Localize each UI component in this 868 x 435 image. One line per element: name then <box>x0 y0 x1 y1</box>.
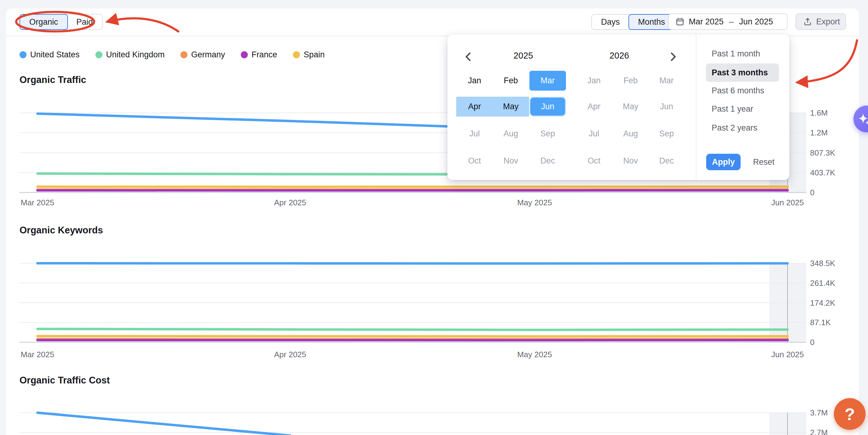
reset-button[interactable]: Reset <box>747 154 780 170</box>
calendar-next-button[interactable] <box>669 52 679 62</box>
calendar-month-2025-sep: Sep <box>529 124 566 144</box>
help-label: ? <box>844 404 855 424</box>
calendar-month-2026-mar: Mar <box>648 71 685 91</box>
preset-past-6-months[interactable]: Past 6 months <box>712 86 764 95</box>
calendar-month-2026-apr: Apr <box>576 97 612 117</box>
calendar-month-2026-jan: Jan <box>576 71 612 91</box>
sparkle-icon <box>857 113 868 126</box>
calendar-year-right: 2026 <box>589 51 650 61</box>
calendar-month-2025-oct: Oct <box>456 151 493 171</box>
popup-divider <box>696 34 696 180</box>
calendar-month-2026-may: May <box>612 97 649 117</box>
calendar-month-2025-feb[interactable]: Feb <box>493 71 529 91</box>
calendar-month-2026-sep: Sep <box>648 124 685 144</box>
preset-past-1-month[interactable]: Past 1 month <box>712 49 760 59</box>
help-button[interactable]: ? <box>834 398 866 430</box>
chevron-left-icon <box>464 52 471 61</box>
page-edge-strip <box>859 0 868 435</box>
calendar-month-2026-jul: Jul <box>576 124 612 144</box>
preset-past-2-years[interactable]: Past 2 years <box>712 123 757 133</box>
calendar-month-2025-aug: Aug <box>493 124 529 144</box>
calendar-year-left: 2025 <box>493 51 554 61</box>
calendar-month-2026-jun: Jun <box>648 97 685 117</box>
calendar-prev-button[interactable] <box>463 52 473 62</box>
calendar-month-2026-aug: Aug <box>612 124 649 144</box>
chart-line-united-states <box>37 413 290 435</box>
chart-line-united-kingdom <box>37 329 787 330</box>
calendar-month-2025-jul: Jul <box>456 124 493 144</box>
calendar-month-2025-jun[interactable]: Jun <box>529 97 566 117</box>
preset-past-3-months[interactable]: Past 3 months <box>712 68 768 78</box>
chart-line-united-states <box>37 263 787 264</box>
calendar-month-2025-may[interactable]: May <box>493 97 529 117</box>
chart-line-spain <box>37 336 787 337</box>
calendar-month-2025-dec: Dec <box>529 151 566 171</box>
chevron-right-icon <box>670 52 677 61</box>
preset-past-1-year[interactable]: Past 1 year <box>712 104 753 114</box>
date-picker-popup: 2025 2026 JanFebMarAprMayJunJulAugSepOct… <box>447 34 789 180</box>
apply-button[interactable]: Apply <box>706 154 741 170</box>
calendar-month-2025-apr[interactable]: Apr <box>456 97 493 117</box>
calendar-month-2025-mar[interactable]: Mar <box>529 71 566 91</box>
calendar-month-2025-nov: Nov <box>493 151 529 171</box>
calendar-month-2026-oct: Oct <box>576 151 612 171</box>
calendar-month-2026-dec: Dec <box>648 151 685 171</box>
calendar-month-2026-nov: Nov <box>612 151 649 171</box>
calendar-month-2026-feb: Feb <box>612 71 649 91</box>
calendar-month-2025-jan[interactable]: Jan <box>456 71 493 91</box>
